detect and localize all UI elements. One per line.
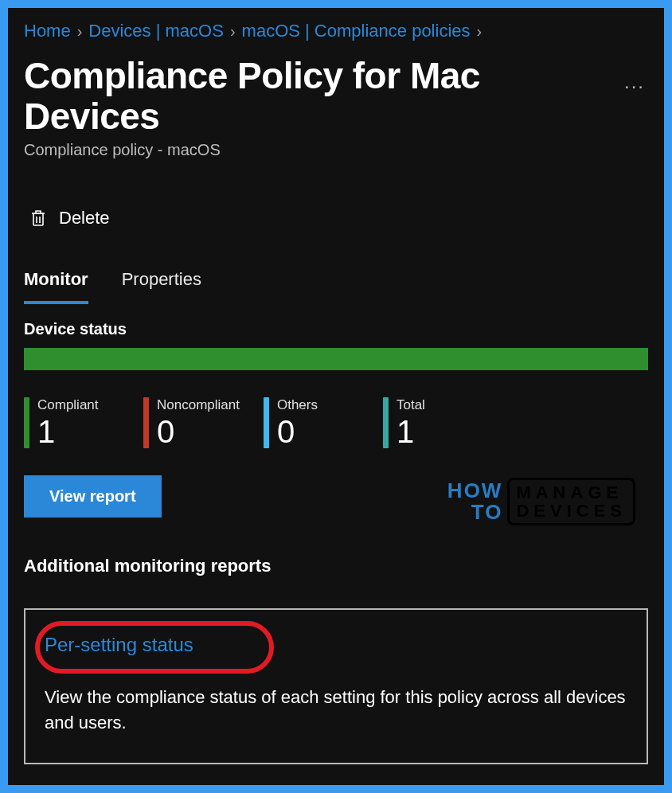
stat-accent [143,397,149,448]
tab-monitor[interactable]: Monitor [24,269,88,304]
toolbar: Delete [24,204,648,232]
app-root: Home › Devices | macOS › macOS | Complia… [8,8,664,785]
breadcrumb-devices[interactable]: Devices | macOS [88,21,224,41]
stat-value: 0 [277,415,318,448]
page-subtitle: Compliance policy - macOS [24,141,648,159]
status-legend: Compliant 1 Noncompliant 0 Others 0 Tota… [24,397,648,448]
per-setting-status-card: Per-setting status View the compliance s… [24,608,648,764]
stat-label: Total [397,397,425,413]
additional-reports-heading: Additional monitoring reports [24,556,648,576]
breadcrumb-compliance-policies[interactable]: macOS | Compliance policies [242,21,471,41]
device-status-bar [24,348,648,370]
stat-accent [24,397,29,448]
title-row: Compliance Policy for Mac Devices ... [24,56,648,136]
stat-compliant: Compliant 1 [24,397,119,448]
trash-icon [29,207,48,229]
delete-button[interactable]: Delete [24,204,115,232]
watermark-text: DEVICES [516,502,627,520]
stat-label: Compliant [37,397,99,413]
breadcrumb: Home › Devices | macOS › macOS | Complia… [24,21,648,41]
stat-label: Others [277,397,318,413]
svg-rect-0 [33,213,43,225]
stat-total: Total 1 [383,397,479,448]
watermark-right: MANAGE DEVICES [507,478,635,525]
stat-value: 1 [397,415,425,448]
device-status-heading: Device status [24,320,648,338]
view-report-button[interactable]: View report [24,475,162,518]
stat-noncompliant: Noncompliant 0 [143,397,240,448]
more-actions-button[interactable]: ... [621,71,648,93]
chevron-right-icon: › [477,22,483,41]
page-title: Compliance Policy for Mac Devices [24,56,621,136]
delete-label: Delete [59,208,110,229]
stat-label: Noncompliant [157,397,240,413]
watermark-text: MANAGE [516,483,627,502]
chevron-right-icon: › [230,22,236,41]
tab-bar: Monitor Properties [24,269,648,304]
tab-properties[interactable]: Properties [122,269,201,304]
chevron-right-icon: › [77,22,83,41]
per-setting-status-link[interactable]: Per-setting status [45,634,193,656]
watermark-text: TO [447,502,503,523]
stat-accent [383,397,389,448]
per-setting-status-desc: View the compliance status of each setti… [45,685,627,736]
stat-value: 0 [157,415,240,448]
watermark-text: HOW [447,480,503,502]
stat-others: Others 0 [264,397,359,448]
breadcrumb-home[interactable]: Home [24,21,71,41]
stat-accent [264,397,269,448]
watermark: HOW TO MANAGE DEVICES [447,478,635,525]
stat-value: 1 [37,415,99,448]
watermark-left: HOW TO [447,480,503,524]
